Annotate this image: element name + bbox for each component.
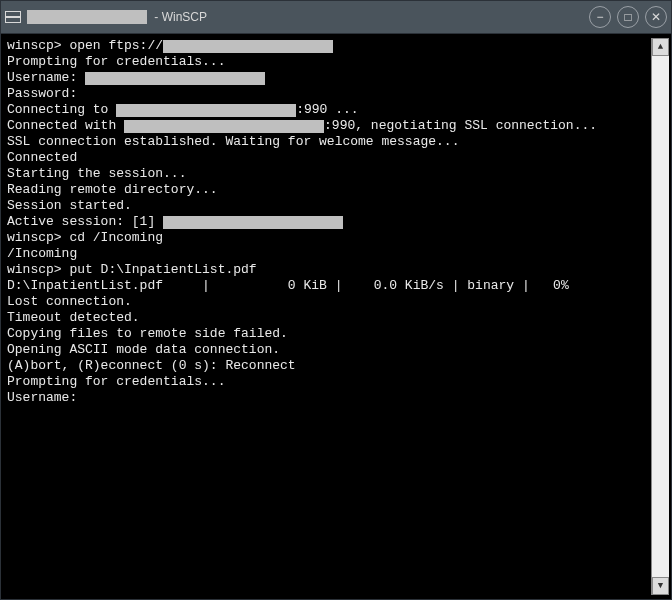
terminal-line: Starting the session...	[7, 166, 651, 182]
terminal-text: Copying files to remote side failed.	[7, 326, 288, 342]
terminal-line: Prompting for credentials...	[7, 54, 651, 70]
terminal-text: :990, negotiating SSL connection...	[324, 118, 597, 134]
terminal-line: Copying files to remote side failed.	[7, 326, 651, 342]
redacted-block	[85, 72, 265, 85]
scroll-up-button[interactable]: ▲	[652, 38, 669, 56]
terminal-output[interactable]: winscp> open ftps://Prompting for creden…	[7, 38, 651, 595]
terminal-line: (A)bort, (R)econnect (0 s): Reconnect	[7, 358, 651, 374]
redacted-block	[163, 216, 343, 229]
terminal-text: Connected	[7, 150, 77, 166]
terminal-text: Timeout detected.	[7, 310, 140, 326]
terminal-text: Lost connection.	[7, 294, 132, 310]
terminal-text: winscp> cd /Incoming	[7, 230, 163, 246]
terminal-line: Connected with :990, negotiating SSL con…	[7, 118, 651, 134]
terminal-text: Starting the session...	[7, 166, 186, 182]
redacted-block	[163, 40, 333, 53]
redacted-block	[116, 104, 296, 117]
terminal-line: Lost connection.	[7, 294, 651, 310]
window-body: winscp> open ftps://Prompting for creden…	[1, 33, 671, 599]
titlebar[interactable]: - WinSCP − □ ✕	[1, 1, 671, 33]
terminal-line: Username:	[7, 390, 651, 406]
terminal-text: (A)bort, (R)econnect (0 s): Reconnect	[7, 358, 296, 374]
titlebar-suffix: - WinSCP	[151, 10, 207, 24]
terminal-text: :990 ...	[296, 102, 358, 118]
scrollbar[interactable]: ▲ ▼	[651, 38, 669, 595]
terminal-text: /Incoming	[7, 246, 77, 262]
terminal-line: /Incoming	[7, 246, 651, 262]
close-button[interactable]: ✕	[645, 6, 667, 28]
terminal-text: Prompting for credentials...	[7, 374, 225, 390]
terminal-text: Username:	[7, 390, 77, 406]
terminal-text: Username:	[7, 70, 85, 86]
terminal-line: Opening ASCII mode data connection.	[7, 342, 651, 358]
terminal-text: Opening ASCII mode data connection.	[7, 342, 280, 358]
terminal-line: Timeout detected.	[7, 310, 651, 326]
terminal-line: winscp> put D:\InpatientList.pdf	[7, 262, 651, 278]
terminal-text: Password:	[7, 86, 77, 102]
terminal-text: Connected with	[7, 118, 124, 134]
terminal-text: Reading remote directory...	[7, 182, 218, 198]
terminal-text: Prompting for credentials...	[7, 54, 225, 70]
terminal-line: Password:	[7, 86, 651, 102]
terminal-line: Connecting to :990 ...	[7, 102, 651, 118]
terminal-line: SSL connection established. Waiting for …	[7, 134, 651, 150]
terminal-text: SSL connection established. Waiting for …	[7, 134, 459, 150]
terminal-text: Session started.	[7, 198, 132, 214]
terminal-text: winscp> open ftps://	[7, 38, 163, 54]
maximize-button[interactable]: □	[617, 6, 639, 28]
terminal-line: Session started.	[7, 198, 651, 214]
terminal-line: Reading remote directory...	[7, 182, 651, 198]
terminal-line: Active session: [1]	[7, 214, 651, 230]
app-window: - WinSCP − □ ✕ winscp> open ftps://Promp…	[0, 0, 672, 600]
scroll-down-button[interactable]: ▼	[652, 577, 669, 595]
terminal-line: winscp> open ftps://	[7, 38, 651, 54]
terminal-text: Active session: [1]	[7, 214, 163, 230]
terminal-line: D:\InpatientList.pdf | 0 KiB | 0.0 KiB/s…	[7, 278, 651, 294]
terminal-line: Username:	[7, 70, 651, 86]
terminal-line: Connected	[7, 150, 651, 166]
terminal-text: D:\InpatientList.pdf | 0 KiB | 0.0 KiB/s…	[7, 278, 569, 294]
app-icon	[5, 11, 21, 23]
terminal-line: Prompting for credentials...	[7, 374, 651, 390]
redacted-block	[124, 120, 324, 133]
terminal-text: winscp> put D:\InpatientList.pdf	[7, 262, 257, 278]
terminal-text: Connecting to	[7, 102, 116, 118]
minimize-button[interactable]: −	[589, 6, 611, 28]
terminal-line: winscp> cd /Incoming	[7, 230, 651, 246]
titlebar-redacted-name	[27, 10, 147, 24]
scrollbar-track[interactable]	[652, 56, 669, 577]
